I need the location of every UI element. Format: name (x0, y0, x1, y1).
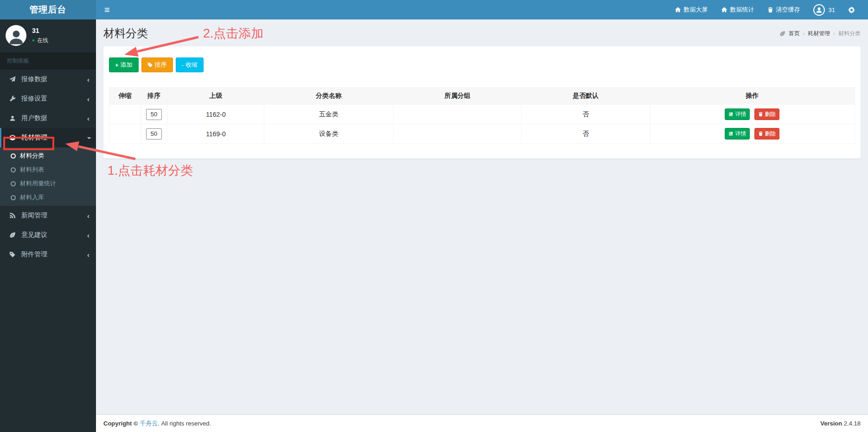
sidebar-item-feedback[interactable]: 意见建议 ‹ (0, 225, 96, 245)
sidebar-item-consumables[interactable]: 耗材管理 ‹ 材料分类 材料列表 材料用量统计 材料入库 (0, 128, 96, 206)
sort-button-label: 排序 (155, 61, 167, 69)
nav-link-clear-cache[interactable]: 清空缓存 (761, 0, 807, 19)
nav-link-data-stats[interactable]: 数据统计 (715, 0, 761, 19)
user-icon (816, 6, 823, 13)
sidebar-user-meta: 31 ● 在线 (32, 27, 48, 44)
annotation-step2: 2.点击添加 (203, 25, 264, 42)
page-title: 材料分类 (103, 26, 148, 41)
online-dot-icon: ● (32, 38, 35, 43)
circle-icon (11, 153, 16, 159)
delete-button-label: 删除 (765, 130, 776, 138)
user-status: ● 在线 (32, 37, 48, 44)
tag-icon (147, 62, 153, 68)
sort-order-input[interactable] (146, 109, 162, 120)
navbar-user-menu[interactable]: 31 (807, 4, 842, 16)
breadcrumb-current: 材料分类 (838, 30, 861, 38)
chevron-left-icon: ‹ (87, 212, 89, 219)
sidebar-subitem-material-usage-stats[interactable]: 材料用量统计 (0, 177, 96, 191)
trash-icon (767, 7, 773, 13)
sidebar-item-repair-data[interactable]: 报修数据 ‹ (0, 70, 96, 89)
breadcrumb: 首页 › 耗材管理 › 材料分类 (779, 30, 861, 38)
sidebar-item-label: 附件管理 (21, 250, 83, 259)
version-info: Version 2.4.18 (820, 420, 861, 427)
consumables-submenu: 材料分类 材料列表 材料用量统计 材料入库 (0, 147, 96, 206)
edit-icon (728, 112, 734, 117)
cell-category-name: 五金类 (264, 105, 393, 124)
annotation-step1: 1.点击耗材分类 (108, 162, 193, 179)
sidebar-subitem-material-inbound[interactable]: 材料入库 (0, 191, 96, 204)
toolbar: +添加 排序 -收缩 (109, 57, 855, 72)
sidebar-item-label: 意见建议 (21, 231, 83, 239)
nav-link-data-screen[interactable]: 数据大屏 (668, 0, 715, 19)
submenu-label: 材料用量统计 (20, 179, 56, 188)
table-row: 1162-0 五金类 否 详情 删除 (109, 105, 855, 124)
user-status-label: 在线 (37, 37, 48, 44)
add-button[interactable]: +添加 (109, 57, 139, 72)
chevron-left-icon: ‹ (87, 232, 89, 239)
cell-group (393, 105, 522, 124)
tag-icon (9, 251, 16, 258)
navbar-username: 31 (829, 6, 835, 13)
content-panel: +添加 排序 -收缩 伸缩 排序 上级 分类名称 所属分组 是否默认 (103, 46, 861, 159)
user-icon (7, 28, 25, 46)
chevron-down-icon: ‹ (85, 137, 92, 139)
sidebar-section-label: 控制面板 (0, 52, 96, 70)
breadcrumb-separator: › (833, 31, 835, 36)
submenu-label: 材料入库 (20, 193, 44, 202)
sidebar-subitem-material-category[interactable]: 材料分类 (0, 149, 96, 163)
sort-order-input[interactable] (146, 128, 162, 140)
add-button-label: 添加 (121, 61, 133, 69)
circle-icon (11, 167, 16, 172)
sidebar-item-user-data[interactable]: 用户数据 ‹ (0, 108, 96, 128)
column-header-group: 所属分组 (393, 88, 522, 105)
detail-button[interactable]: 详情 (725, 128, 750, 140)
cube-icon (9, 134, 16, 141)
app-brand: 管理后台 (0, 0, 96, 19)
column-header-actions: 操作 (650, 88, 855, 105)
nav-link-label: 数据大屏 (684, 6, 708, 14)
sidebar-item-label: 新闻管理 (21, 211, 83, 220)
collapse-button[interactable]: -收缩 (176, 57, 204, 72)
category-table: 伸缩 排序 上级 分类名称 所属分组 是否默认 操作 1162-0 五金类 否 (109, 87, 855, 144)
sidebar-item-repair-settings[interactable]: 报修设置 ‹ (0, 89, 96, 108)
chevron-left-icon: ‹ (87, 251, 89, 258)
sidebar-item-label: 耗材管理 (21, 133, 83, 142)
company-link[interactable]: 千舟云 (140, 420, 158, 427)
breadcrumb-home[interactable]: 首页 (789, 30, 800, 38)
cell-stretch (109, 124, 141, 144)
circle-icon (11, 181, 16, 186)
trash-icon (758, 131, 763, 136)
home-icon (721, 6, 728, 13)
detail-button-label: 详情 (735, 130, 746, 138)
collapse-button-label: 收缩 (185, 61, 198, 69)
cell-sort (140, 124, 167, 144)
sidebar-toggle-icon[interactable]: ≡ (96, 0, 118, 19)
settings-button[interactable] (842, 0, 862, 19)
sidebar-item-news[interactable]: 新闻管理 ‹ (0, 206, 96, 225)
detail-button[interactable]: 详情 (725, 108, 750, 120)
avatar (6, 25, 26, 46)
sidebar-item-attachments[interactable]: 附件管理 ‹ (0, 245, 96, 264)
cell-sort (140, 105, 167, 124)
copyright-suffix: . All rights reserved. (158, 420, 211, 427)
breadcrumb-separator: › (803, 31, 805, 36)
cell-actions: 详情 删除 (650, 124, 855, 144)
sidebar: 31 ● 在线 控制面板 报修数据 ‹ 报修设置 ‹ 用 (0, 19, 96, 432)
sidebar-item-label: 报修数据 (21, 75, 83, 83)
leaf-icon (779, 31, 785, 37)
sort-button[interactable]: 排序 (141, 57, 173, 72)
chevron-left-icon: ‹ (87, 95, 89, 102)
version-label: Version (820, 420, 842, 427)
user-icon (9, 115, 16, 121)
trash-icon (758, 112, 763, 117)
sidebar-item-label: 用户数据 (21, 114, 83, 122)
delete-button[interactable]: 删除 (754, 108, 779, 120)
sidebar-subitem-material-list[interactable]: 材料列表 (0, 163, 96, 177)
column-header-sort: 排序 (140, 88, 167, 105)
navbar-main: ≡ 数据大屏 数据统计 清空缓存 31 (96, 0, 868, 19)
wrench-icon (9, 95, 16, 102)
breadcrumb-section[interactable]: 耗材管理 (808, 30, 830, 38)
cell-stretch (109, 105, 141, 124)
delete-button[interactable]: 删除 (754, 128, 779, 140)
submenu-label: 材料分类 (20, 152, 44, 160)
